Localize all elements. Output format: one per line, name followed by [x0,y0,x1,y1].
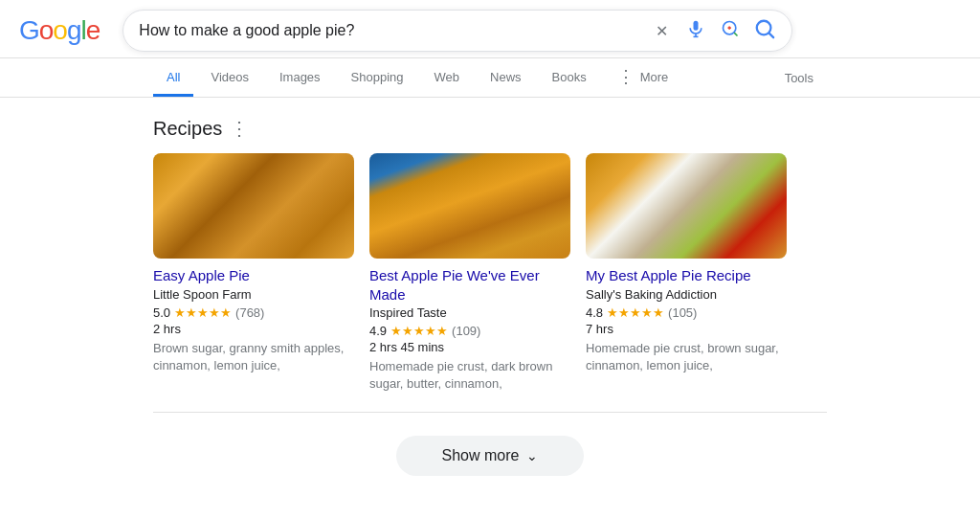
show-more-label: Show more [442,447,520,464]
recipe-source-2: Inspired Taste [369,305,570,320]
recipe-rating-2: 4.9 ★★★★★ (109) [369,324,570,338]
logo-e: e [86,15,100,45]
search-icons: ✕ [650,19,776,42]
tab-tools[interactable]: Tools [771,61,827,95]
lens-button[interactable] [719,19,742,42]
review-count-3: (105) [668,305,697,320]
recipe-title-2[interactable]: Best Apple Pie We've Ever Made [369,266,570,304]
stars-2: ★★★★★ [390,324,448,338]
recipe-image-2[interactable] [369,153,570,259]
recipe-image-1[interactable] [153,153,354,259]
main-content: Recipes ⋮ Easy Apple Pie Little Spoon Fa… [0,98,980,510]
more-dots-icon: ⋮ [617,68,635,85]
search-button[interactable] [753,19,776,42]
recipes-options-icon[interactable]: ⋮ [230,117,249,140]
show-more-button[interactable]: Show more ⌄ [396,436,585,476]
review-count-1: (768) [235,305,264,320]
tab-more[interactable]: ⋮ More [604,58,682,98]
tab-books[interactable]: Books [539,60,600,97]
recipe-source-1: Little Spoon Farm [153,287,354,302]
rating-value-1: 5.0 [153,305,170,320]
rating-value-2: 4.9 [369,324,387,338]
tab-news[interactable]: News [477,60,535,97]
stars-1: ★★★★★ [174,305,232,320]
stars-3: ★★★★★ [607,305,664,320]
recipes-title: Recipes [153,118,222,140]
recipe-ingredients-1: Brown sugar, granny smith apples, cinnam… [153,340,354,374]
recipe-time-1: 2 hrs [153,322,354,336]
recipes-header: Recipes ⋮ [153,117,827,140]
recipe-rating-3: 4.8 ★★★★★ (105) [586,305,787,320]
recipe-ingredients-2: Homemade pie crust, dark brown sugar, bu… [369,358,570,393]
google-logo: Google [19,15,100,46]
tab-videos[interactable]: Videos [197,60,262,97]
review-count-2: (109) [452,324,480,338]
recipe-card-1: Easy Apple Pie Little Spoon Farm 5.0 ★★★… [153,153,354,393]
recipe-ingredients-3: Homemade pie crust, brown sugar, cinnamo… [586,340,787,374]
search-input[interactable] [139,22,642,39]
tab-web[interactable]: Web [421,60,474,97]
recipe-rating-1: 5.0 ★★★★★ (768) [153,305,354,320]
chevron-down-icon: ⌄ [526,448,538,463]
search-icon [754,18,775,44]
mic-icon [686,19,705,43]
clear-button[interactable]: ✕ [650,19,673,42]
search-bar: ✕ [122,10,792,52]
logo-o1: o [39,15,54,45]
recipe-time-2: 2 hrs 45 mins [369,340,570,354]
svg-line-6 [769,33,774,37]
voice-search-button[interactable] [684,19,707,42]
tab-all[interactable]: All [153,60,193,97]
logo-o2: o [53,15,67,45]
logo-g: G [19,15,39,45]
recipe-title-3[interactable]: My Best Apple Pie Recipe [586,266,787,285]
recipe-image-3[interactable] [586,153,787,259]
recipe-card-2: Best Apple Pie We've Ever Made Inspired … [369,153,570,393]
section-divider [153,412,827,413]
header: Google ✕ [0,0,980,58]
tab-images[interactable]: Images [266,60,334,97]
clear-icon: ✕ [656,22,668,40]
svg-line-4 [734,33,737,35]
svg-rect-0 [694,20,699,30]
recipe-source-3: Sally's Baking Addiction [586,287,787,302]
lens-icon [721,19,740,43]
recipe-cards: Easy Apple Pie Little Spoon Farm 5.0 ★★★… [153,153,827,393]
rating-value-3: 4.8 [586,305,603,320]
nav-tabs: All Videos Images Shopping Web News Book… [0,58,980,98]
logo-g2: g [67,15,81,45]
recipe-time-3: 7 hrs [586,322,787,336]
recipe-card-3: My Best Apple Pie Recipe Sally's Baking … [586,153,787,393]
show-more-wrapper: Show more ⌄ [153,428,827,491]
tab-shopping[interactable]: Shopping [338,60,417,97]
recipe-title-1[interactable]: Easy Apple Pie [153,266,354,285]
